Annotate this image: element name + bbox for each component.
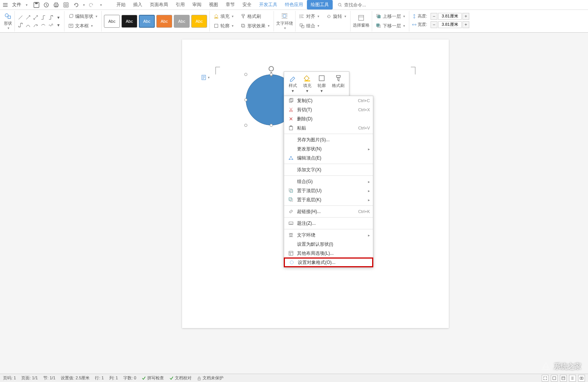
svg-rect-12	[214, 18, 219, 19]
svg-rect-19	[358, 15, 363, 20]
shape-dropdown[interactable]: 形状▾	[4, 12, 12, 30]
svg-rect-17	[300, 24, 302, 26]
fill-icon	[214, 14, 219, 19]
qat-more-icon[interactable]: ▾	[100, 3, 102, 7]
textbox-icon	[68, 23, 74, 28]
svg-rect-22	[377, 24, 379, 27]
more-lines-icon[interactable]: ▾	[55, 22, 62, 28]
tab-page-layout[interactable]: 页面布局	[146, 0, 172, 9]
undo-dropdown-icon[interactable]: ▾	[83, 3, 85, 7]
tab-view[interactable]: 视图	[205, 0, 222, 9]
svg-rect-16	[283, 15, 286, 17]
ribbon: 形状▾ ▾ ▾ 编辑形状▾ 文本框▾ Abc Abc Abc	[0, 10, 588, 33]
style-swatch-2[interactable]: Abc	[139, 15, 155, 28]
search-icon	[337, 2, 343, 8]
send-backward-icon	[376, 23, 381, 28]
tab-home[interactable]: 开始	[113, 0, 129, 9]
style-swatch-1[interactable]: Abc	[121, 15, 137, 28]
hamburger-icon[interactable]	[2, 2, 8, 8]
shape-style-gallery[interactable]: Abc Abc Abc Abc Abc Abc	[104, 15, 207, 28]
line-icon[interactable]	[17, 14, 24, 21]
tab-review[interactable]: 审阅	[189, 0, 205, 9]
tab-drawing-tools[interactable]: 绘图工具	[307, 0, 333, 9]
tab-chapter[interactable]: 章节	[222, 0, 239, 9]
style-swatch-4[interactable]: Abc	[174, 15, 190, 28]
tab-security[interactable]: 安全	[239, 0, 255, 9]
format-painter-button[interactable]: 格式刷	[239, 13, 263, 21]
curve-icon[interactable]	[25, 22, 31, 28]
bring-forward-button[interactable]: 上移一层▾	[374, 13, 407, 21]
rotate-button[interactable]: 旋转▾	[325, 13, 348, 21]
height-plus[interactable]: +	[462, 13, 469, 20]
style-swatch-0[interactable]: Abc	[104, 15, 120, 28]
send-backward-button[interactable]: 下移一层▾	[374, 22, 407, 30]
command-search-input[interactable]	[344, 2, 374, 8]
elbow-double-icon[interactable]	[17, 22, 24, 28]
curve-double-icon[interactable]	[40, 22, 47, 28]
height-icon	[412, 14, 417, 19]
width-label: 宽度:	[418, 22, 430, 27]
file-dropdown-icon[interactable]: ▾	[26, 3, 28, 7]
freeform-icon[interactable]	[47, 22, 54, 28]
group-button[interactable]: 组合▾	[298, 22, 348, 30]
svg-rect-10	[8, 16, 11, 19]
text-box-button[interactable]: 文本框▾	[67, 22, 99, 30]
file-menu[interactable]: 文件	[10, 2, 24, 8]
height-label: 高度:	[418, 13, 430, 19]
svg-rect-20	[377, 15, 380, 18]
width-icon	[412, 22, 417, 27]
svg-rect-18	[302, 25, 304, 28]
tab-developer[interactable]: 开发工具	[255, 0, 281, 9]
svg-point-8	[338, 3, 341, 6]
command-search[interactable]	[337, 2, 374, 8]
outline-icon	[214, 23, 219, 28]
svg-rect-1	[35, 2, 38, 4]
arrow-icon[interactable]	[25, 14, 31, 21]
edit-shape-button[interactable]: 编辑形状▾	[67, 13, 99, 21]
wrap-text-button[interactable]: 文字环绕▾	[276, 12, 293, 30]
tab-references[interactable]: 引用	[172, 0, 189, 9]
height-minus[interactable]: −	[431, 13, 437, 20]
print-icon[interactable]	[53, 2, 60, 8]
svg-rect-6	[64, 3, 68, 7]
selection-pane-button[interactable]: 选择窗格	[353, 14, 369, 28]
shapes-icon	[4, 12, 12, 20]
svg-rect-15	[242, 25, 245, 27]
redo-icon[interactable]	[88, 2, 95, 8]
style-swatch-5[interactable]: Abc	[191, 15, 207, 28]
line-shapes-gallery[interactable]: ▾ ▾	[17, 14, 62, 28]
elbow-icon[interactable]	[40, 14, 47, 21]
fill-button[interactable]: 填充▾	[212, 13, 235, 21]
svg-rect-13	[215, 24, 218, 28]
svg-point-7	[65, 4, 67, 6]
save-icon[interactable]	[33, 2, 40, 8]
rotate-icon	[326, 14, 332, 19]
scroll-down-icon[interactable]: ▾	[55, 14, 62, 21]
shape-effect-button[interactable]: 形状效果▾	[239, 22, 271, 30]
width-minus[interactable]: −	[431, 21, 437, 28]
width-plus[interactable]: +	[462, 21, 469, 28]
ribbon-tabs: 开始 插入 页面布局 引用 审阅 视图 章节 安全 开发工具 特色应用 绘图工具	[113, 0, 333, 9]
bring-forward-icon	[376, 14, 381, 19]
curve-arrow-icon[interactable]	[32, 22, 39, 28]
double-arrow-icon[interactable]	[32, 14, 39, 21]
print-preview-icon[interactable]	[63, 2, 69, 8]
wrap-icon	[281, 12, 288, 20]
height-input[interactable]	[438, 13, 462, 20]
undo-icon[interactable]	[72, 2, 79, 8]
svg-rect-14	[242, 24, 244, 27]
effect-icon	[241, 23, 246, 28]
edit-shape-icon	[68, 14, 74, 19]
align-button[interactable]: 对齐▾	[298, 13, 321, 21]
touch-icon[interactable]	[43, 2, 50, 8]
align-icon	[299, 14, 305, 19]
width-input[interactable]	[438, 21, 462, 28]
tab-special[interactable]: 特色应用	[281, 0, 307, 9]
shape-label: 形状	[4, 21, 12, 26]
selection-pane-label: 选择窗格	[353, 22, 369, 28]
tab-insert[interactable]: 插入	[129, 0, 146, 9]
style-swatch-3[interactable]: Abc	[156, 15, 172, 28]
elbow-arrow-icon[interactable]	[47, 14, 54, 21]
svg-rect-4	[55, 3, 58, 4]
outline-button[interactable]: 轮廓▾	[212, 22, 235, 30]
